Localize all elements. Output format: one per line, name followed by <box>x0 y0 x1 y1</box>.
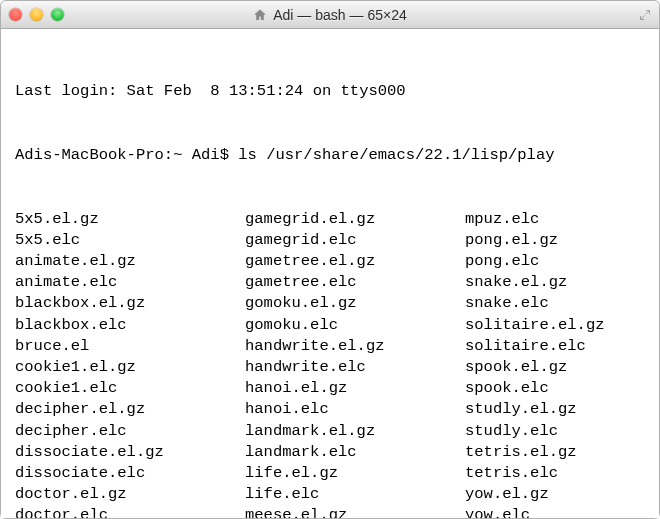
minimize-icon[interactable] <box>30 8 43 21</box>
file-name: animate.elc <box>15 272 245 293</box>
file-name: handwrite.el.gz <box>245 336 465 357</box>
home-icon <box>253 8 267 22</box>
file-name: meese.el.gz <box>245 505 465 518</box>
file-name: dissociate.el.gz <box>15 442 245 463</box>
file-listing: 5x5.el.gzgamegrid.el.gzmpuz.elc5x5.elcga… <box>15 209 647 518</box>
listing-row: cookie1.el.gzhandwrite.elcspook.el.gz <box>15 357 647 378</box>
file-name: spook.elc <box>465 378 647 399</box>
file-name: life.el.gz <box>245 463 465 484</box>
command-text: ls /usr/share/emacs/22.1/lisp/play <box>238 146 554 164</box>
zoom-icon[interactable] <box>51 8 64 21</box>
file-name: solitaire.elc <box>465 336 647 357</box>
listing-row: dissociate.el.gzlandmark.elctetris.el.gz <box>15 442 647 463</box>
file-name: 5x5.el.gz <box>15 209 245 230</box>
listing-row: 5x5.elcgamegrid.elcpong.el.gz <box>15 230 647 251</box>
file-name: pong.elc <box>465 251 647 272</box>
file-name: cookie1.elc <box>15 378 245 399</box>
file-name: gametree.el.gz <box>245 251 465 272</box>
file-name: pong.el.gz <box>465 230 647 251</box>
file-name: animate.el.gz <box>15 251 245 272</box>
listing-row: blackbox.elcgomoku.elcsolitaire.el.gz <box>15 315 647 336</box>
file-name: tetris.elc <box>465 463 647 484</box>
file-name: gamegrid.el.gz <box>245 209 465 230</box>
file-name: gametree.elc <box>245 272 465 293</box>
listing-row: animate.elcgametree.elcsnake.el.gz <box>15 272 647 293</box>
file-name: solitaire.el.gz <box>465 315 647 336</box>
file-name: mpuz.elc <box>465 209 647 230</box>
file-name: snake.el.gz <box>465 272 647 293</box>
file-name: 5x5.elc <box>15 230 245 251</box>
listing-row: doctor.elcmeese.el.gzyow.elc <box>15 505 647 518</box>
file-name: snake.elc <box>465 293 647 314</box>
listing-row: dissociate.elclife.el.gztetris.elc <box>15 463 647 484</box>
file-name: yow.elc <box>465 505 647 518</box>
close-icon[interactable] <box>9 8 22 21</box>
expand-icon[interactable] <box>639 9 651 21</box>
file-name: decipher.el.gz <box>15 399 245 420</box>
terminal-output[interactable]: Last login: Sat Feb 8 13:51:24 on ttys00… <box>1 29 659 518</box>
file-name: gamegrid.elc <box>245 230 465 251</box>
file-name: bruce.el <box>15 336 245 357</box>
file-name: landmark.elc <box>245 442 465 463</box>
file-name: studly.el.gz <box>465 399 647 420</box>
file-name: yow.el.gz <box>465 484 647 505</box>
terminal-window: Adi — bash — 65×24 Last login: Sat Feb 8… <box>0 0 660 519</box>
window-title: Adi — bash — 65×24 <box>1 7 659 23</box>
listing-row: doctor.el.gzlife.elcyow.el.gz <box>15 484 647 505</box>
titlebar[interactable]: Adi — bash — 65×24 <box>1 1 659 29</box>
file-name: decipher.elc <box>15 421 245 442</box>
file-name: cookie1.el.gz <box>15 357 245 378</box>
window-controls <box>9 8 64 21</box>
listing-row: cookie1.elchanoi.el.gzspook.elc <box>15 378 647 399</box>
file-name: handwrite.elc <box>245 357 465 378</box>
file-name: blackbox.el.gz <box>15 293 245 314</box>
file-name: dissociate.elc <box>15 463 245 484</box>
listing-row: bruce.elhandwrite.el.gzsolitaire.elc <box>15 336 647 357</box>
command-line: Adis-MacBook-Pro:~ Adi$ ls /usr/share/em… <box>15 145 647 166</box>
listing-row: 5x5.el.gzgamegrid.el.gzmpuz.elc <box>15 209 647 230</box>
window-title-text: Adi — bash — 65×24 <box>273 7 406 23</box>
listing-row: blackbox.el.gzgomoku.el.gzsnake.elc <box>15 293 647 314</box>
listing-row: decipher.el.gzhanoi.elcstudly.el.gz <box>15 399 647 420</box>
prompt: Adis-MacBook-Pro:~ Adi$ <box>15 146 229 164</box>
file-name: blackbox.elc <box>15 315 245 336</box>
file-name: hanoi.elc <box>245 399 465 420</box>
file-name: doctor.elc <box>15 505 245 518</box>
file-name: studly.elc <box>465 421 647 442</box>
file-name: hanoi.el.gz <box>245 378 465 399</box>
file-name: life.elc <box>245 484 465 505</box>
file-name: landmark.el.gz <box>245 421 465 442</box>
file-name: tetris.el.gz <box>465 442 647 463</box>
listing-row: decipher.elclandmark.el.gzstudly.elc <box>15 421 647 442</box>
file-name: spook.el.gz <box>465 357 647 378</box>
file-name: doctor.el.gz <box>15 484 245 505</box>
listing-row: animate.el.gzgametree.el.gzpong.elc <box>15 251 647 272</box>
last-login-line: Last login: Sat Feb 8 13:51:24 on ttys00… <box>15 81 647 102</box>
file-name: gomoku.elc <box>245 315 465 336</box>
file-name: gomoku.el.gz <box>245 293 465 314</box>
